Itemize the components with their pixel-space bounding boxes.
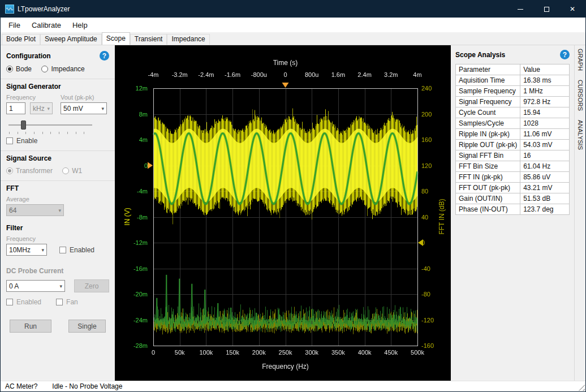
menu-help[interactable]: Help [67, 19, 93, 32]
in-volts-tick-label: 4m [139, 136, 148, 143]
checkbox-icon [6, 137, 13, 144]
checkbox-icon [59, 247, 66, 253]
fft-db-tick-label: 40 [421, 214, 428, 221]
enable-checkbox[interactable]: Enable [6, 137, 37, 145]
window-controls: ✕ [507, 1, 585, 18]
checkbox-icon [56, 299, 63, 305]
radio-button-icon [62, 167, 69, 174]
maximize-button[interactable] [533, 1, 559, 18]
table-row[interactable]: FFT Bin Size61.04 Hz [456, 161, 570, 172]
close-button[interactable]: ✕ [559, 1, 585, 18]
single-button[interactable]: Single [68, 320, 106, 333]
dc-probe-current-select[interactable]: 0 A ▾ [6, 280, 65, 292]
frequency-unit-value: kHz [33, 105, 45, 113]
configuration-section: Configuration ? Bode Impedance [1, 48, 115, 79]
fft-average-value: 64 [9, 206, 16, 214]
radio-button-icon [6, 66, 13, 72]
fan-checkbox[interactable]: Fan [56, 298, 78, 306]
time-tick-label: 800u [305, 71, 318, 78]
run-button[interactable]: Run [10, 320, 51, 333]
amplitude-slider[interactable] [7, 120, 93, 135]
menubar: FileCalibrateHelp [1, 18, 585, 32]
fft-db-tick-label: 240 [421, 85, 432, 92]
frequency-tick-label: 300k [305, 349, 318, 356]
minimize-button[interactable] [507, 1, 533, 18]
side-tab-graph[interactable]: GRAPH [577, 48, 584, 72]
value-cell: 61.04 Hz [520, 161, 570, 172]
table-row[interactable]: Signal Frequency972.8 Hz [456, 97, 570, 107]
slider-thumb[interactable] [21, 120, 26, 130]
table-row[interactable]: Ripple IN (pk-pk)11.06 mV [456, 129, 570, 140]
window-title: LTpowerAnalyzer [18, 5, 70, 13]
help-icon[interactable]: ? [560, 50, 570, 59]
vout-select[interactable]: 50 mV ▾ [61, 102, 107, 114]
value-cell: 15.94 [520, 107, 570, 118]
time-tick-label: 2.4m [357, 71, 371, 78]
table-row[interactable]: FFT IN (pk-pk)85.86 uV [456, 172, 570, 183]
value-cell: 16.38 ms [520, 75, 570, 86]
checkbox-label: Enable [16, 137, 37, 145]
param-cell: Signal FFT Bin [456, 150, 520, 161]
tab-transient[interactable]: Transient [130, 34, 167, 45]
radio-w1[interactable]: W1 [62, 167, 82, 175]
table-row[interactable]: Phase (IN-OUT)123.7 deg [456, 204, 570, 215]
time-tick-label: 3.2m [384, 71, 398, 78]
dc-probe-title: DC Probe Current [6, 267, 109, 275]
radio-transformer[interactable]: Transformer [6, 167, 53, 175]
filter-frequency-select[interactable]: 10MHz ▾ [6, 244, 47, 256]
tab-sweep-amplitude[interactable]: Sweep Amplitude [40, 34, 102, 45]
app-window: LTpowerAnalyzer ✕ FileCalibrateHelp Bode… [0, 0, 586, 392]
table-row[interactable]: Aquisition Time16.38 ms [456, 75, 570, 86]
radio-impedance[interactable]: Impedance [41, 65, 84, 73]
param-cell: FFT OUT (pk-pk) [456, 183, 520, 193]
zero-button[interactable]: Zero [74, 279, 109, 292]
tab-impedance[interactable]: Impedance [167, 34, 209, 45]
table-row[interactable]: FFT OUT (pk-pk)43.21 mV [456, 183, 570, 193]
side-tab-analysis[interactable]: ANALYSIS [577, 119, 584, 151]
frequency-tick-label: 250k [279, 349, 292, 356]
param-cell: Sample Frequency [456, 86, 520, 97]
fft-db-tick-label: 80 [421, 188, 428, 195]
frequency-unit-select[interactable]: kHz ▾ [30, 102, 53, 114]
radio-label: Impedance [51, 65, 84, 73]
analysis-table: Parameter Value Aquisition Time16.38 msS… [455, 64, 570, 215]
scope-plot-canvas[interactable] [115, 45, 451, 381]
tab-scope[interactable]: Scope [102, 32, 130, 45]
time-tick-label: -4m [148, 71, 159, 78]
tab-bode-plot[interactable]: Bode Plot [2, 34, 40, 45]
table-row[interactable]: Samples/Cycle1028 [456, 118, 570, 129]
minimize-icon [518, 9, 523, 10]
frequency-label: Frequency [6, 94, 53, 101]
in-volts-tick-label: 12m [136, 85, 148, 92]
radio-bode[interactable]: Bode [6, 65, 32, 73]
checkbox-label: Enabled [70, 246, 94, 254]
help-icon[interactable]: ? [100, 51, 109, 61]
in-volts-tick-label: -28m [133, 342, 148, 349]
table-row[interactable]: Cycle Count15.94 [456, 107, 570, 118]
value-cell: 972.8 Hz [520, 97, 570, 107]
menu-file[interactable]: File [3, 19, 26, 32]
table-row[interactable]: Gain (OUT/IN)51.53 dB [456, 193, 570, 204]
param-cell: Phase (IN-OUT) [456, 204, 520, 215]
checkbox-label: Fan [66, 298, 78, 306]
frequency-input[interactable] [6, 102, 25, 114]
fft-average-select[interactable]: 64 ▾ [6, 204, 64, 216]
side-tab-cursors[interactable]: CURSORS [577, 79, 584, 112]
param-cell: Ripple IN (pk-pk) [456, 129, 520, 140]
value-cell: 51.53 dB [520, 193, 570, 204]
filter-section: Filter Frequency 10MHz ▾ Enabled [1, 221, 115, 260]
status-ac-meter: AC Meter? [5, 382, 37, 390]
table-row[interactable]: Ripple OUT (pk-pk)54.03 mV [456, 140, 570, 150]
table-row[interactable]: Signal FFT Bin16 [456, 150, 570, 161]
vout-value: 50 mV [63, 105, 83, 113]
time-tick-label: -3.2m [172, 71, 188, 78]
param-cell: Cycle Count [456, 107, 520, 118]
configuration-title: Configuration [6, 52, 51, 60]
table-row[interactable]: Sample Frequency1 MHz [456, 86, 570, 97]
resize-grip[interactable] [578, 384, 585, 391]
in-axis-ticks: 12m8m4m0-4m-8m-12m-16m-20m-24m-28m [115, 88, 150, 346]
param-cell: FFT Bin Size [456, 161, 520, 172]
filter-enabled-checkbox[interactable]: Enabled [59, 246, 94, 254]
menu-calibrate[interactable]: Calibrate [26, 19, 67, 32]
dc-enabled-checkbox[interactable]: Enabled [6, 298, 41, 306]
